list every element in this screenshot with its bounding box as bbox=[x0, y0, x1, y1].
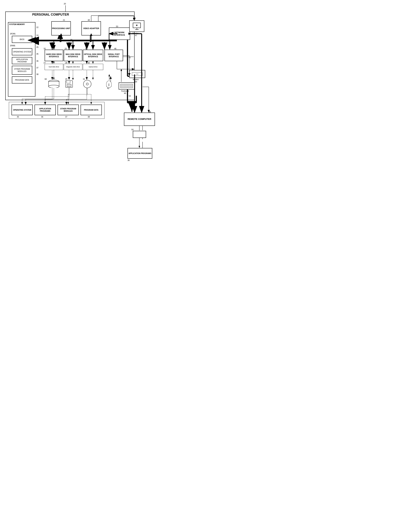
modem-box: ▪▪▪▪▪ bbox=[129, 70, 145, 78]
other-prog-mem-box: OTHER PROGRAM MODULES bbox=[12, 66, 32, 75]
system-memory-box: SYSTEM MEMORY (ROM) BIOS (RAM) OPERATING… bbox=[8, 22, 35, 97]
ref-52-label: 52 bbox=[129, 95, 131, 97]
optical-disk-interface-box: OPTICAL DISK DRIVE INTERFACE bbox=[83, 50, 103, 61]
ref-31-label: 31 bbox=[83, 78, 85, 80]
ref-49-label: 49 bbox=[149, 111, 151, 113]
mag-disk-drive-box: Magnetic disk drive bbox=[64, 64, 82, 70]
hdd-interface-box: HARD DISK DRIVE INTERFACE bbox=[45, 50, 63, 61]
svg-point-70 bbox=[49, 85, 59, 88]
ref-21-label: 21 bbox=[63, 19, 65, 21]
ref-46-label: 46 bbox=[114, 47, 116, 50]
remote-computer-box: REMOTE COMPUTER bbox=[124, 113, 155, 126]
network-interface-box: NETWORK INTERFACE bbox=[109, 27, 130, 40]
prog-data-mem-box: PROGRAM DATA bbox=[12, 76, 32, 84]
ref-29-label: 29 bbox=[65, 78, 67, 80]
app-prog-remote-box: APPLICATION PROGRAMS bbox=[128, 148, 152, 159]
ref-48-label: 48 bbox=[88, 19, 90, 21]
ref-22-label: 22 bbox=[36, 26, 38, 28]
ref-51-label: 51 bbox=[129, 56, 131, 59]
os-mem-box: OPERATING SYSTEM bbox=[12, 48, 32, 55]
ref-33-label: 33 bbox=[65, 47, 67, 50]
ref-40-label: 40 bbox=[124, 92, 126, 94]
junction-box bbox=[133, 131, 146, 138]
cylinder-icon bbox=[48, 80, 60, 88]
ref-36c-label: 36 bbox=[128, 159, 130, 161]
pc-title: PERSONAL COMPUTER bbox=[32, 13, 69, 16]
optical-drive-box: Optical drive bbox=[83, 64, 103, 70]
ref-53-label: 53 bbox=[116, 25, 118, 27]
svg-rect-72 bbox=[67, 81, 70, 83]
video-adapter-box: VIDEO ADAPTER bbox=[82, 21, 101, 35]
ref-28-label: 28 bbox=[65, 62, 67, 64]
ref-36a-label: 36 bbox=[36, 60, 38, 62]
svg-rect-73 bbox=[67, 84, 71, 87]
serial-port-interface-box: SERIAL PORT INTERFACE bbox=[105, 50, 123, 61]
bios-box: BIOS bbox=[12, 36, 32, 43]
ref-34-label: 34 bbox=[85, 47, 87, 50]
app-prog-mem-box: APPLICATION PROGRAM bbox=[12, 57, 32, 64]
modem-label: Modem bbox=[133, 78, 139, 80]
svg-point-75 bbox=[86, 83, 88, 85]
ref-32-label: 32 bbox=[44, 47, 46, 50]
ref-30-label: 30 bbox=[88, 62, 90, 64]
ram-label: (RAM) bbox=[10, 45, 15, 47]
rom-label: (ROM) bbox=[10, 33, 15, 35]
ref-20-label: 20 bbox=[64, 3, 66, 5]
disc-icon bbox=[83, 80, 92, 88]
ref-23-label: 23 bbox=[70, 39, 72, 41]
diagram: 20 PERSONAL COMPUTER SYSTEM MEMORY (ROM)… bbox=[0, 0, 159, 195]
ref-26-label: 26 bbox=[36, 43, 38, 45]
mag-disk-interface-box: MAG DISK DRIVE INTERFACE bbox=[64, 50, 82, 61]
floppy-icon bbox=[65, 80, 73, 88]
keyboard-box bbox=[119, 82, 135, 90]
ref-54-label: 54 bbox=[135, 81, 137, 83]
keyboard-label: Keyboard bbox=[121, 90, 129, 92]
ref-50-label: 50 bbox=[131, 129, 134, 131]
ref-38a-label: 38 bbox=[36, 73, 38, 75]
ref-47-label: 47 bbox=[135, 34, 137, 37]
ref-37a-label: 37 bbox=[36, 67, 38, 69]
processing-unit-box: PROCESSING UNIT bbox=[51, 21, 71, 35]
hard-disk-drive-box: hard disk drive bbox=[45, 64, 63, 70]
ref-60-label: 60 bbox=[45, 78, 47, 80]
monitor-label: Monitor bbox=[132, 32, 138, 34]
system-memory-label: SYSTEM MEMORY bbox=[9, 23, 25, 25]
monitor-box: ⬛ bbox=[129, 20, 144, 32]
ref-35a-label: 35 bbox=[36, 53, 38, 55]
ref-27-label: 27 bbox=[44, 62, 46, 64]
bottom-storage-box bbox=[9, 102, 105, 119]
mouse-icon bbox=[106, 81, 112, 88]
ref-25-label: 25 bbox=[36, 46, 38, 48]
ref-24-label: 24 bbox=[36, 34, 38, 36]
